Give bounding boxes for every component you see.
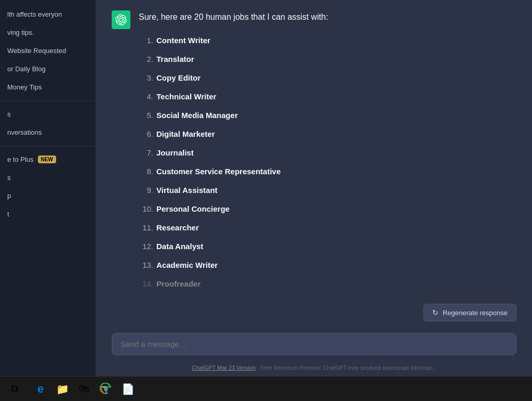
job-number: 10. xyxy=(139,203,153,215)
job-name: Personal Concierge xyxy=(156,203,230,215)
chat-input-area xyxy=(96,327,532,361)
sidebar-item-bottom-2[interactable]: p xyxy=(0,187,96,205)
job-list-item: 14. Proofreader xyxy=(139,275,516,293)
sidebar-item-conversations[interactable]: nversations xyxy=(0,123,96,141)
job-number: 5. xyxy=(139,109,153,122)
jobs-list: 1. Content Writer 2. Translator 3. Copy … xyxy=(139,31,516,293)
assistant-message: Sure, here are 20 human jobs that I can … xyxy=(112,10,516,293)
job-list-item: 5. Social Media Manager xyxy=(139,106,516,125)
job-name: Content Writer xyxy=(156,34,210,47)
job-number: 12. xyxy=(139,240,153,253)
chat-area: Sure, here are 20 human jobs that I can … xyxy=(96,0,532,376)
regenerate-label: Regenerate response xyxy=(443,309,508,317)
upgrade-label: e to Plus xyxy=(7,156,34,163)
job-number: 14. xyxy=(139,278,153,290)
message-content: Sure, here are 20 human jobs that I can … xyxy=(139,10,516,293)
sidebar-item-bottom-1[interactable]: s xyxy=(0,169,96,187)
sidebar-divider-2 xyxy=(0,146,96,146)
sidebar-item-bottom-3[interactable]: t xyxy=(0,205,96,223)
job-list-item: 1. Content Writer xyxy=(139,31,516,50)
job-name: Researcher xyxy=(156,222,199,234)
store-icon[interactable]: 🛍 xyxy=(75,380,94,398)
job-name: Technical Writer xyxy=(156,90,216,103)
job-list-item: 10. Personal Concierge xyxy=(139,200,516,218)
footer-text: . Free Research Preview. ChatGPT may pro… xyxy=(257,365,436,371)
new-badge: NEW xyxy=(38,156,56,163)
job-number: 13. xyxy=(139,259,153,271)
job-number: 8. xyxy=(139,165,153,178)
job-list-item: 11. Researcher xyxy=(139,218,516,237)
job-name: Proofreader xyxy=(156,278,201,290)
chat-messages: Sure, here are 20 human jobs that I can … xyxy=(96,0,532,304)
job-list-item: 6. Digital Marketer xyxy=(139,125,516,144)
footer-link[interactable]: ChatGPT Mar 23 Version xyxy=(192,365,256,371)
job-name: Customer Service Representative xyxy=(156,165,281,178)
sidebar-item-s[interactable]: s xyxy=(0,105,96,123)
job-name: Social Media Manager xyxy=(156,109,238,122)
job-number: 6. xyxy=(139,128,153,140)
job-name: Translator xyxy=(156,53,194,66)
job-list-item: 2. Translator xyxy=(139,50,516,69)
folder-icon[interactable]: 📁 xyxy=(53,380,72,398)
job-list-item: 8. Customer Service Representative xyxy=(139,162,516,181)
job-name: Data Analyst xyxy=(156,240,203,253)
job-number: 11. xyxy=(139,222,153,234)
regenerate-icon: ↻ xyxy=(432,308,438,317)
job-number: 1. xyxy=(139,34,153,47)
taskview-icon[interactable]: ⧉ xyxy=(6,381,23,397)
job-number: 9. xyxy=(139,184,153,197)
job-list-item: 13. Academic Writer xyxy=(139,256,516,275)
assistant-avatar xyxy=(112,10,130,29)
notes-icon[interactable]: 📄 xyxy=(118,380,137,398)
job-name: Journalist xyxy=(156,147,194,159)
job-name: Academic Writer xyxy=(156,259,218,271)
sidebar-upgrade-button[interactable]: e to Plus NEW xyxy=(0,150,96,169)
job-list-item: 4. Technical Writer xyxy=(139,87,516,106)
message-heading: Sure, here are 20 human jobs that I can … xyxy=(139,10,516,24)
chrome-icon[interactable] xyxy=(97,380,115,398)
job-number: 3. xyxy=(139,72,153,84)
sidebar: lth affects everyon ving tips. Website R… xyxy=(0,0,96,376)
regenerate-area: ↻ Regenerate response xyxy=(96,304,532,327)
job-name: Digital Marketer xyxy=(156,128,215,140)
job-number: 7. xyxy=(139,147,153,159)
job-number: 2. xyxy=(139,53,153,66)
chat-input[interactable] xyxy=(121,340,508,348)
job-name: Virtual Assistant xyxy=(156,184,218,197)
sidebar-item-website[interactable]: Website Requested xyxy=(0,42,96,60)
edge-icon[interactable]: e xyxy=(31,380,50,398)
sidebar-item-money[interactable]: Money Tips xyxy=(0,78,96,96)
taskbar-apps: e 📁 🛍 📄 xyxy=(31,380,137,398)
taskbar: ⧉ e 📁 🛍 📄 xyxy=(0,376,532,401)
job-name: Copy Editor xyxy=(156,72,201,84)
job-list-item: 3. Copy Editor xyxy=(139,69,516,87)
job-number: 4. xyxy=(139,90,153,103)
regenerate-button[interactable]: ↻ Regenerate response xyxy=(423,304,516,321)
sidebar-item-blog[interactable]: or Daily Blog xyxy=(0,60,96,78)
chat-footer: ChatGPT Mar 23 Version . Free Research P… xyxy=(96,361,532,376)
sidebar-item-health[interactable]: lth affects everyon xyxy=(0,5,96,23)
sidebar-item-saving[interactable]: ving tips. xyxy=(0,23,96,42)
sidebar-divider xyxy=(0,100,96,101)
job-list-item: 12. Data Analyst xyxy=(139,237,516,256)
job-list-item: 7. Journalist xyxy=(139,144,516,162)
chat-input-box xyxy=(112,333,516,355)
job-list-item: 9. Virtual Assistant xyxy=(139,181,516,200)
